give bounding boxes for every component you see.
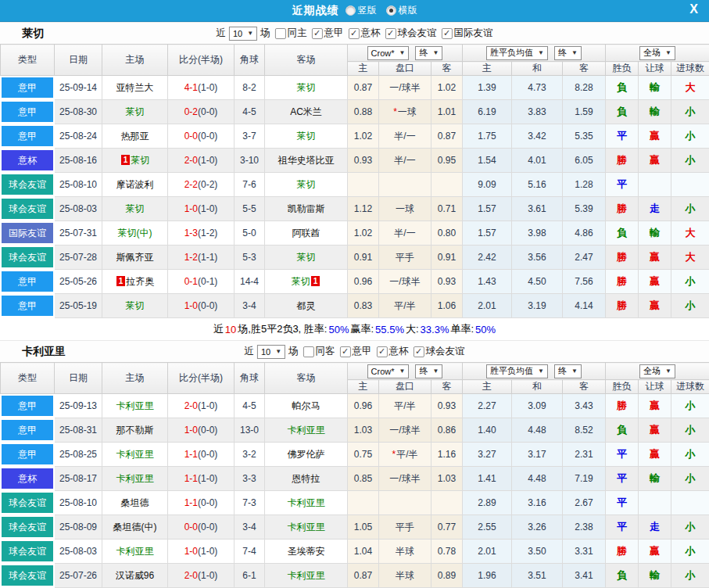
scope-select[interactable]: 全场▼ (639, 364, 675, 378)
radio-label: 竖版 (358, 4, 377, 17)
corner: 4-5 (235, 100, 265, 124)
match-count-select[interactable]: 10▼ (229, 27, 257, 41)
team-label: 阿联酋 (292, 228, 320, 238)
away-team: 莱切 (265, 76, 348, 100)
match-type: 意甲 (1, 76, 55, 100)
table-row: 意甲25-09-13卡利亚里2-0(1-0)4-5帕尔马0.96平/半0.932… (1, 394, 709, 418)
odds-home: 1.02 (348, 124, 379, 149)
scope-select[interactable]: 全场▼ (639, 46, 675, 60)
odds-home: 1.12 (348, 197, 379, 221)
league-filter-checkbox[interactable]: ✓ (349, 28, 360, 39)
team-label: 莱切 (297, 131, 316, 142)
team-label: 那不勒斯 (116, 425, 154, 436)
avg-draw: 3.98 (512, 221, 563, 246)
odds-away: 1.01 (431, 100, 463, 124)
away-team: 卡利亚里 (265, 515, 348, 540)
avg-final-select[interactable]: 终▼ (554, 46, 582, 60)
score: 1-1(0-0) (168, 443, 235, 467)
result-wdl: 勝 (606, 270, 639, 294)
league-filter-checkbox[interactable]: ✓ (340, 346, 351, 357)
bookmaker-select[interactable]: Crow*▼ (367, 364, 410, 378)
league-filter-label: 意杯 (389, 345, 409, 358)
table-row: 意甲25-05-19莱切1-0(0-0)3-4都灵0.83平/半1.062.01… (1, 294, 709, 318)
close-icon[interactable]: X (686, 2, 701, 16)
home-team: 桑坦德 (102, 491, 168, 515)
chevron-down-icon: ▼ (538, 368, 544, 375)
avg-draw: 4.48 (512, 418, 563, 443)
league-filter-checkbox[interactable]: ✓ (385, 28, 396, 39)
layout-horizontal-radio[interactable]: 横版 (386, 4, 417, 17)
same-venue-checkbox[interactable] (275, 28, 286, 39)
titlebar: 近期战绩 竖版 横版 X (0, 0, 709, 22)
corner: 3-4 (235, 515, 265, 540)
team-label: 莱切 (126, 106, 145, 117)
match-type: 意甲 (1, 124, 55, 149)
avg-final-select[interactable]: 终▼ (554, 364, 582, 378)
chevron-down-icon: ▼ (247, 30, 253, 37)
home-team: 卡利亚里 (102, 394, 168, 418)
match-type: 球会友谊 (1, 246, 55, 270)
home-team: 汉诺威96 (102, 564, 168, 588)
match-type: 球会友谊 (1, 173, 55, 197)
avg-draw: 3.17 (512, 443, 563, 467)
away-team: 卡利亚里 (265, 564, 348, 588)
result-handicap: 輸 (639, 100, 671, 124)
odds-away: 0.93 (431, 394, 463, 418)
avg-select[interactable]: 胜平负均值▼ (486, 46, 548, 60)
match-count-select[interactable]: 10▼ (257, 345, 285, 359)
team-label: 桑坦德 (121, 497, 149, 508)
league-filter-checkbox[interactable]: ✓ (414, 346, 424, 357)
avg-draw: 3.42 (512, 124, 563, 149)
score: 2-0(1-0) (168, 149, 235, 173)
odds-away: 0.89 (431, 564, 463, 588)
league-filter-checkbox[interactable]: ✓ (442, 28, 453, 39)
odds-home: 0.83 (348, 294, 379, 318)
away-team: 帕尔马 (265, 394, 348, 418)
away-team: AC米兰 (265, 100, 348, 124)
result-goals: 小 (671, 418, 709, 443)
bookmaker-select[interactable]: Crow*▼ (367, 46, 410, 60)
league-filter-checkbox[interactable]: ✓ (377, 346, 388, 357)
section-header: 卡利亚里 近10▼场同客✓意甲✓意杯✓球会友谊 (0, 340, 709, 362)
col-goals: 进球数 (671, 380, 709, 394)
result-goals: 大 (671, 246, 709, 270)
final-odds-select[interactable]: 终▼ (415, 364, 442, 378)
match-type: 球会友谊 (1, 491, 55, 515)
col-let-ball: 让球 (639, 62, 671, 76)
result-handicap: 輸 (639, 564, 671, 588)
result-goals: 小 (671, 100, 709, 124)
handicap (379, 491, 431, 515)
final-odds-select[interactable]: 终▼ (415, 46, 442, 60)
team-label: 卡利亚里 (116, 400, 154, 411)
layout-vertical-radio[interactable]: 竖版 (346, 4, 377, 17)
star-icon: * (392, 449, 396, 460)
same-venue-checkbox[interactable] (303, 346, 314, 357)
odds-away: 0.91 (431, 246, 463, 270)
league-filter-checkbox[interactable]: ✓ (312, 28, 323, 39)
team-label: 佛罗伦萨 (288, 449, 325, 460)
corner: 3-10 (235, 149, 265, 173)
corner: 7-3 (235, 491, 265, 515)
odds-home: 1.03 (348, 418, 379, 443)
match-date: 25-08-09 (55, 515, 102, 540)
team-label: 帕尔马 (292, 400, 320, 411)
avg-draw: 4.50 (512, 270, 563, 294)
match-date: 25-08-10 (55, 491, 102, 515)
result-wdl: 平 (606, 467, 639, 491)
team-label: 都灵 (297, 300, 316, 311)
league-filter-label: 国际友谊 (454, 27, 493, 40)
avg-home: 2.55 (463, 515, 512, 540)
odds-away: 1.06 (431, 294, 463, 318)
avg-select[interactable]: 胜平负均值▼ (486, 364, 548, 378)
league-filter-label: 意杯 (361, 27, 381, 40)
team-label: 卡利亚里 (116, 473, 154, 484)
odds-home (348, 491, 379, 515)
odds-home: 1.05 (348, 515, 379, 540)
odds-home: 0.87 (348, 76, 379, 100)
col-corner: 角球 (235, 45, 265, 76)
result-goals: 小 (671, 515, 709, 540)
col-avg-home: 主 (463, 380, 512, 394)
team-label: 卡利亚里 (288, 425, 325, 436)
avg-away: 2.31 (563, 443, 606, 467)
avg-away: 7.19 (563, 467, 606, 491)
